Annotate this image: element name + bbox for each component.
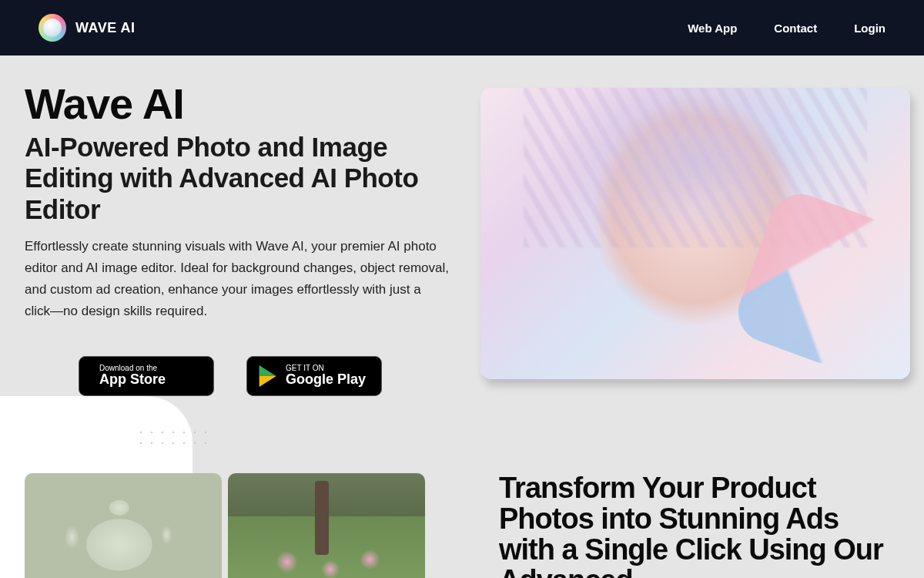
hero-text-column: Wave AI AI-Powered Photo and Image Editi… (25, 79, 450, 396)
google-play-icon (259, 365, 278, 387)
decorative-dots (136, 427, 213, 450)
hero-image (480, 88, 910, 379)
store-button-row: Download on the App Store GET IT ON Goog… (25, 356, 450, 396)
feature-section: Transform Your Product Photos into Stunn… (0, 419, 924, 578)
feature-text-column: Transform Your Product Photos into Stunn… (499, 435, 899, 578)
brand-logo-group[interactable]: WAVE AI (38, 14, 136, 42)
brand-logo-icon (38, 14, 66, 42)
product-image-after (228, 473, 425, 578)
primary-nav: Web App Contact Login (688, 22, 886, 35)
nav-link-webapp[interactable]: Web App (688, 22, 737, 35)
site-header: WAVE AI Web App Contact Login (0, 0, 924, 55)
product-image-pair (25, 473, 425, 578)
app-store-button[interactable]: Download on the App Store (79, 356, 214, 396)
app-store-big-text: App Store (99, 372, 166, 388)
hero-subtitle: AI-Powered Photo and Image Editing with … (25, 132, 450, 225)
nav-link-login[interactable]: Login (854, 22, 886, 35)
product-image-before (25, 473, 222, 578)
hero-section: Wave AI AI-Powered Photo and Image Editi… (0, 55, 924, 419)
feature-title: Transform Your Product Photos into Stunn… (499, 473, 899, 578)
hero-description: Effortlessly create stunning visuals wit… (25, 236, 450, 322)
hero-title: Wave AI (25, 79, 450, 129)
brand-name: WAVE AI (75, 20, 136, 36)
google-play-big-text: Google Play (286, 372, 366, 388)
google-play-button[interactable]: GET IT ON Google Play (246, 356, 382, 396)
nav-link-contact[interactable]: Contact (774, 22, 817, 35)
